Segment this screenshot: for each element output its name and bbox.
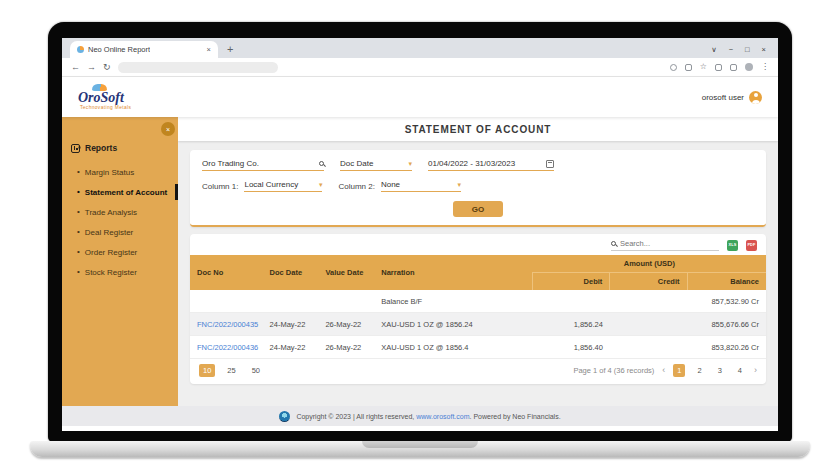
sidebar-item-trade-analysis[interactable]: • Trade Analysis xyxy=(62,202,178,222)
bookmark-star-icon[interactable]: ☆ xyxy=(700,63,707,71)
window-menu-icon[interactable]: ∨ xyxy=(711,45,717,54)
page-4[interactable]: 4 xyxy=(734,364,746,377)
profile-avatar-icon[interactable] xyxy=(745,63,753,71)
go-button[interactable]: GO xyxy=(453,201,503,217)
laptop-base-notch xyxy=(362,441,478,448)
sidebar-close-icon[interactable]: × xyxy=(161,122,175,136)
cell-value-date: 26-May-22 xyxy=(318,336,374,359)
sidebar-item-label: Stock Register xyxy=(85,268,137,277)
cell-balance: 853,820.26 Cr xyxy=(687,336,766,359)
laptop-mockup: Neo Online Report × + ∨ − □ × ← → ↻ ☆ xyxy=(0,0,840,472)
sidebar-item-label: Trade Analysis xyxy=(85,208,137,217)
browser-tab[interactable]: Neo Online Report × xyxy=(70,41,218,58)
export-pdf-icon[interactable]: PDF xyxy=(746,240,757,251)
column2-select[interactable]: None ▾ xyxy=(381,180,461,192)
column2-label: Column 2: xyxy=(338,182,374,191)
column1-group: Column 1: Local Currency ▾ xyxy=(202,180,322,192)
main-content: STATEMENT OF ACCOUNT Doc Date ▾ xyxy=(178,117,778,406)
date-type-select[interactable]: Doc Date ▾ xyxy=(340,159,412,171)
page-1[interactable]: 1 xyxy=(673,364,685,377)
forward-icon[interactable]: → xyxy=(87,63,96,72)
logo-text: OroSoft xyxy=(78,91,131,106)
col-header-doc-date: Doc Date xyxy=(263,255,319,290)
back-icon[interactable]: ← xyxy=(71,63,80,72)
doc-no-link[interactable]: FNC/2022/000436 xyxy=(190,336,263,359)
next-page-icon[interactable]: › xyxy=(754,366,757,375)
sidebar-section-reports[interactable]: Reports xyxy=(62,143,178,153)
sidebar-item-label: Order Register xyxy=(85,248,137,257)
new-tab-button[interactable]: + xyxy=(227,44,233,55)
page-3[interactable]: 3 xyxy=(714,364,726,377)
cell-doc-date: 24-May-22 xyxy=(263,336,319,359)
filter-panel: Doc Date ▾ 01/04/2022 - 31/03/2023 Colum… xyxy=(190,150,766,227)
column1-select[interactable]: Local Currency ▾ xyxy=(244,180,322,192)
window-close-icon[interactable]: × xyxy=(762,45,766,54)
reload-icon[interactable]: ↻ xyxy=(103,63,111,72)
app-body: × Reports • Margin Status • Statement of… xyxy=(62,117,778,431)
logo-tagline: Technovating Metals xyxy=(80,105,131,110)
filter-row-2: Column 1: Local Currency ▾ Column 2: Non… xyxy=(202,180,754,192)
sidebar-item-label: Margin Status xyxy=(85,168,134,177)
table-row: Balance B/F 857,532.90 Cr xyxy=(190,290,766,313)
col-header-doc-no: Doc No xyxy=(190,255,263,290)
footer-link[interactable]: www.orosoft.com xyxy=(416,413,469,420)
sidebar-item-margin-status[interactable]: • Margin Status xyxy=(62,162,178,182)
cell-credit xyxy=(610,313,687,336)
sidebar-item-deal-register[interactable]: • Deal Register xyxy=(62,222,178,242)
search-icon[interactable] xyxy=(319,161,324,166)
calendar-icon[interactable] xyxy=(546,160,554,168)
column2-group: Column 2: None ▾ xyxy=(338,180,460,192)
copyright-prefix: Copyright © 2023 | All rights reserved, xyxy=(296,413,416,420)
page-size-25[interactable]: 25 xyxy=(223,364,239,377)
statement-table: Doc No Doc Date Value Date Narration Amo… xyxy=(190,255,766,359)
page-2[interactable]: 2 xyxy=(693,364,705,377)
address-bar[interactable] xyxy=(118,62,278,73)
extensions-icon[interactable] xyxy=(715,64,722,71)
share-icon[interactable] xyxy=(685,64,692,71)
company-input[interactable] xyxy=(202,159,315,168)
cell-debit xyxy=(533,290,610,313)
table-search[interactable] xyxy=(611,239,719,251)
tab-title: Neo Online Report xyxy=(88,45,150,54)
pagination-controls: Page 1 of 4 (36 records) ‹ 1 2 3 4 › xyxy=(573,364,757,377)
export-xls-icon[interactable]: XLS xyxy=(727,240,738,251)
sidebar-item-stock-register[interactable]: • Stock Register xyxy=(62,262,178,282)
window-minimize-icon[interactable]: − xyxy=(729,45,733,54)
prev-page-icon[interactable]: ‹ xyxy=(662,366,665,375)
browser-menu-icon[interactable]: ⋮ xyxy=(761,63,769,71)
cell-credit xyxy=(610,336,687,359)
cell-debit: 1,856.40 xyxy=(533,336,610,359)
sidebar: × Reports • Margin Status • Statement of… xyxy=(62,117,178,406)
go-row: GO xyxy=(202,201,754,217)
filter-row-1: Doc Date ▾ 01/04/2022 - 31/03/2023 xyxy=(202,159,754,171)
key-icon[interactable] xyxy=(670,64,677,71)
col-header-value-date: Value Date xyxy=(318,255,374,290)
sidebar-item-order-register[interactable]: • Order Register xyxy=(62,242,178,262)
user-area[interactable]: orosoft user xyxy=(702,91,762,104)
column2-value: None xyxy=(381,180,400,189)
page-size-50[interactable]: 50 xyxy=(248,364,264,377)
window-maximize-icon[interactable]: □ xyxy=(745,45,750,54)
sidebar-section-label: Reports xyxy=(85,143,117,153)
date-type-value: Doc Date xyxy=(340,159,373,168)
app-footer: Copyright © 2023 | All rights reserved, … xyxy=(62,406,778,426)
user-avatar-icon[interactable] xyxy=(749,91,762,104)
footer-logo-icon xyxy=(279,411,290,422)
cell-credit xyxy=(610,290,687,313)
tab-close-icon[interactable]: × xyxy=(207,45,211,54)
company-field[interactable] xyxy=(202,159,324,171)
sidebar-item-statement-of-account[interactable]: • Statement of Account xyxy=(62,182,178,202)
col-header-narration: Narration xyxy=(374,255,532,290)
cell-debit: 1,856.24 xyxy=(533,313,610,336)
table-search-input[interactable] xyxy=(620,239,719,248)
screen-bottom-gap xyxy=(62,426,778,431)
sidebar-item-label: Deal Register xyxy=(85,228,133,237)
cell-balance: 857,532.90 Cr xyxy=(687,290,766,313)
doc-no-link[interactable]: FNC/2022/000435 xyxy=(190,313,263,336)
column1-value: Local Currency xyxy=(244,180,298,189)
col-header-debit: Debit xyxy=(533,273,610,291)
side-panel-icon[interactable] xyxy=(730,64,737,71)
date-range-field[interactable]: 01/04/2022 - 31/03/2023 xyxy=(428,159,554,171)
bullet-icon: • xyxy=(77,188,80,196)
page-size-10[interactable]: 10 xyxy=(199,364,215,377)
